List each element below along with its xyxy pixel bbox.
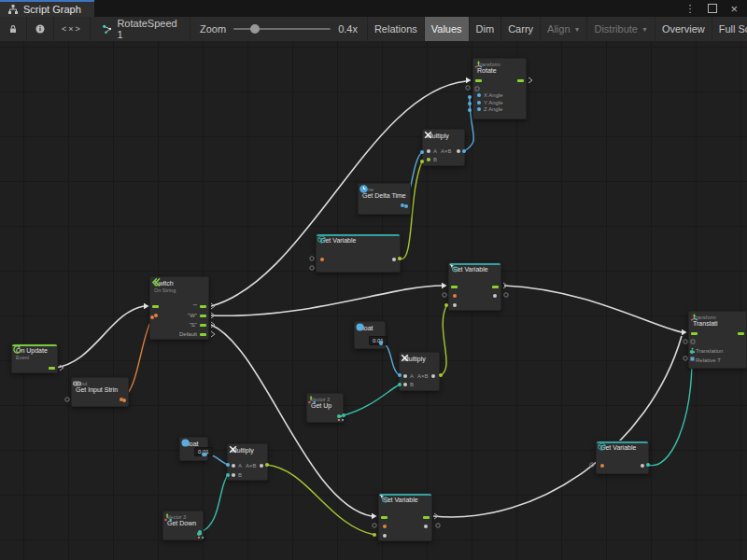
flow-arrow — [442, 283, 447, 288]
toolbar-button-full-screen[interactable]: Full Screen — [712, 17, 747, 41]
flow-arrow — [682, 329, 687, 335]
toolbar-button-distribute[interactable]: Distribute▼ — [586, 17, 654, 41]
edge-endpoint-dot[interactable] — [646, 463, 650, 467]
flow-arrow — [144, 303, 149, 309]
edge-endpoint-dot[interactable] — [379, 341, 383, 344]
unconnected-port[interactable] — [436, 524, 440, 527]
title-bar: Script Graph ⋮ × — [0, 0, 747, 17]
toolbar-button-carry[interactable]: Carry — [500, 17, 540, 41]
toolbar-button-align[interactable]: Align▼ — [540, 17, 586, 41]
flow-arrow — [372, 513, 377, 519]
script-graph-icon — [7, 4, 19, 15]
unconnected-port[interactable] — [310, 257, 314, 260]
unconnected-port[interactable] — [504, 293, 508, 297]
ports-layer — [60, 77, 694, 537]
zoom-value: 0.4x — [338, 23, 358, 35]
edge-endpoint-dot[interactable] — [226, 473, 230, 477]
edge-endpoint-dot[interactable] — [204, 453, 207, 456]
zoom-slider-handle[interactable] — [250, 24, 260, 34]
graph-node-icon — [102, 23, 113, 35]
flow-out-chevron — [211, 313, 215, 318]
flow-out-chevron — [60, 365, 63, 371]
toolbar-button-values[interactable]: Values — [424, 17, 469, 41]
zoom-slider[interactable] — [233, 28, 331, 30]
close-button[interactable]: × — [730, 2, 738, 16]
flow-arrow — [466, 77, 472, 83]
graph-toolbar: <×> RotateSpeed 1 Zoom 0.4x RelationsVal… — [0, 17, 747, 42]
edge-endpoint-dot[interactable] — [265, 463, 269, 467]
zoom-label: Zoom — [200, 23, 226, 35]
toolbar-button-dim[interactable]: Dim — [469, 17, 501, 41]
menu-button[interactable]: ⋮ — [684, 3, 695, 15]
graph-name: RotateSpeed 1 — [117, 18, 178, 40]
edge-endpoint-dot[interactable] — [150, 315, 154, 319]
flow-out-chevron — [211, 322, 215, 328]
toolbar-button-overview[interactable]: Overview — [655, 17, 712, 41]
unconnected-port[interactable] — [310, 266, 314, 270]
edge-endpoint-dot[interactable] — [373, 533, 376, 537]
unconnected-port[interactable] — [466, 86, 470, 90]
edge-endpoint-dot[interactable] — [398, 383, 402, 386]
unconnected-port[interactable] — [590, 463, 594, 467]
unconnected-port[interactable] — [373, 524, 376, 527]
edge-endpoint-dot[interactable] — [420, 150, 424, 154]
graph-canvas[interactable]: On UpdateEventInputGet Input StrinSwitch… — [0, 41, 747, 560]
info-button[interactable] — [27, 17, 54, 41]
tab-script-graph[interactable]: Script Graph — [0, 0, 94, 17]
lock-button[interactable] — [0, 17, 27, 41]
flow-out-chevron — [529, 77, 532, 83]
edge-endpoint-dot[interactable] — [468, 95, 472, 99]
unconnected-port[interactable] — [65, 398, 69, 401]
edge-endpoint-dot[interactable] — [398, 373, 402, 377]
edge-endpoint-dot[interactable] — [401, 203, 404, 207]
info-icon — [35, 23, 46, 35]
fit-view-label: <×> — [62, 24, 82, 34]
edge-endpoint-dot[interactable] — [342, 413, 345, 417]
tab-label: Script Graph — [23, 4, 81, 15]
flow-out-chevron — [503, 283, 507, 288]
fit-view-button[interactable]: <×> — [54, 17, 91, 41]
maximize-button[interactable] — [708, 4, 717, 13]
edge-endpoint-dot[interactable] — [444, 303, 448, 307]
flow-out-chevron — [211, 303, 215, 309]
edge-endpoint-dot[interactable] — [690, 350, 694, 354]
flow-out-chevron — [434, 513, 438, 519]
edge-endpoint-dot[interactable] — [439, 373, 443, 377]
graph-breadcrumb[interactable]: RotateSpeed 1 — [91, 17, 190, 41]
edge-endpoint-dot[interactable] — [120, 398, 123, 401]
edge-endpoint-dot[interactable] — [398, 257, 402, 260]
edge-endpoint-dot[interactable] — [468, 102, 472, 105]
toolbar-button-relations[interactable]: Relations — [367, 17, 424, 41]
edge-endpoint-dot[interactable] — [468, 108, 472, 112]
lock-icon — [7, 23, 19, 35]
unconnected-port[interactable] — [443, 293, 446, 297]
edge-endpoint-dot[interactable] — [462, 149, 466, 153]
unconnected-port[interactable] — [684, 357, 687, 360]
edge-endpoint-dot[interactable] — [420, 160, 424, 163]
edge-endpoint-dot[interactable] — [198, 530, 202, 534]
unconnected-port[interactable] — [684, 340, 687, 343]
edge-endpoint-dot[interactable] — [226, 463, 230, 467]
flow-out-chevron — [211, 331, 215, 337]
